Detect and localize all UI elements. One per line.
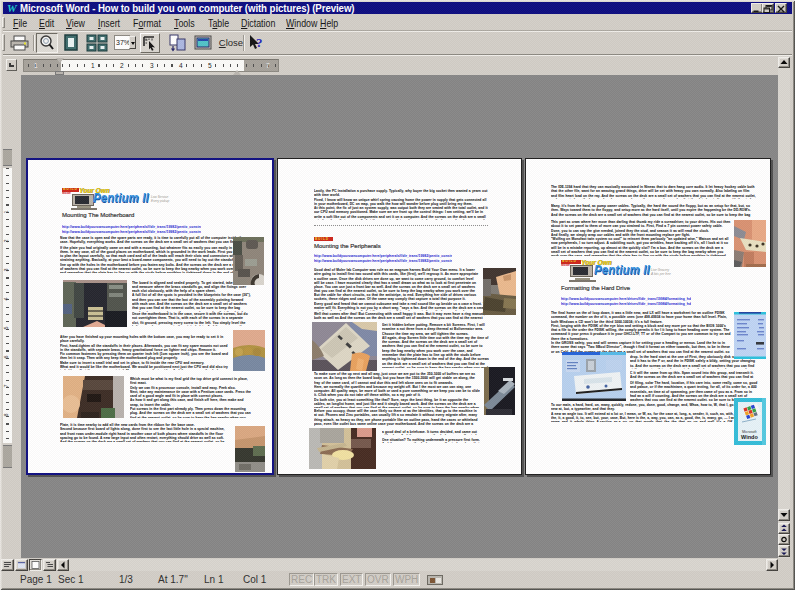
svg-text:Windo: Windo [741,434,758,440]
svg-text:?: ? [256,35,263,50]
